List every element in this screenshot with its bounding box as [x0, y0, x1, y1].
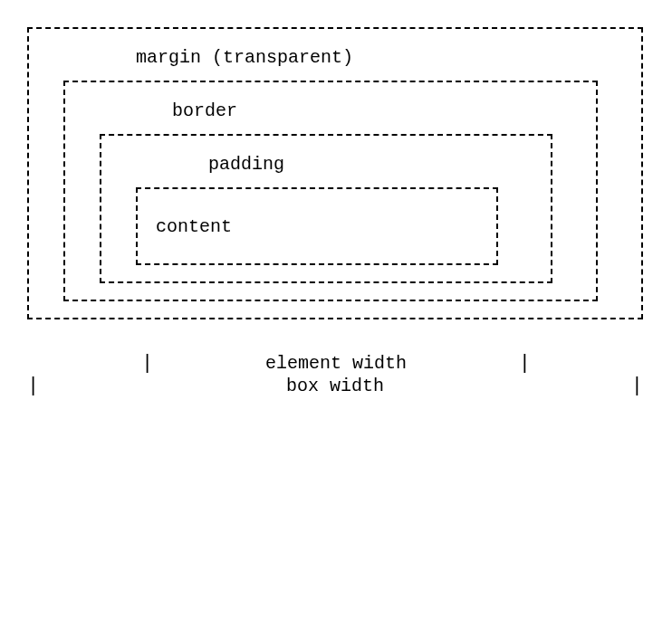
box-width-right-marker: |	[631, 375, 643, 397]
box-width-label: box width	[39, 376, 631, 396]
box-width-row: | box width |	[27, 375, 643, 397]
element-width-right-marker: |	[519, 352, 531, 375]
margin-box: margin (transparent) border padding cont…	[27, 27, 643, 319]
box-width-left-marker: |	[27, 375, 39, 397]
width-markers: | element width | | box width |	[27, 352, 645, 406]
element-width-label: element width	[265, 353, 407, 374]
padding-box: padding content	[100, 134, 552, 283]
content-label: content	[156, 216, 232, 237]
element-width-row: | element width |	[141, 352, 531, 375]
padding-label: padding	[118, 141, 534, 187]
border-label: border	[82, 88, 580, 134]
margin-label: margin (transparent)	[45, 34, 625, 81]
content-box: content	[136, 187, 498, 265]
element-width-left-marker: |	[141, 352, 153, 375]
border-box: border padding content	[63, 81, 598, 301]
